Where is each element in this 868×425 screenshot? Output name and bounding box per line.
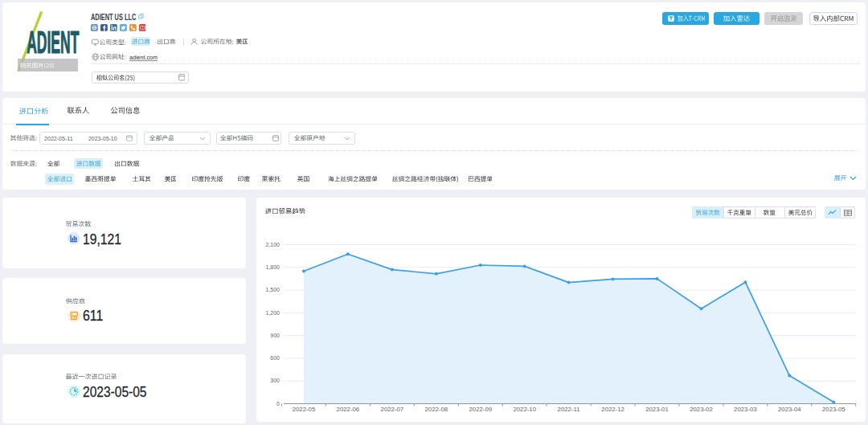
svg-text:2022-09: 2022-09 <box>469 406 492 413</box>
svg-text:611: 611 <box>83 309 103 324</box>
svg-text:2022-06: 2022-06 <box>336 406 359 413</box>
svg-text:1,200: 1,200 <box>265 310 279 316</box>
svg-text:ADIENT: ADIENT <box>27 25 79 59</box>
svg-text:ADIENT US LLC: ADIENT US LLC <box>91 12 137 22</box>
svg-text:2023-02: 2023-02 <box>690 406 713 413</box>
svg-text:900: 900 <box>270 333 280 338</box>
svg-text:2023-03: 2023-03 <box>734 406 757 413</box>
svg-text:2022-07: 2022-07 <box>380 406 403 413</box>
svg-text:adient.com: adient.com <box>129 54 158 61</box>
svg-text:600: 600 <box>270 355 280 361</box>
svg-text:2022-12: 2022-12 <box>601 406 624 413</box>
svg-text:2023-05-05: 2023-05-05 <box>83 386 147 400</box>
svg-text:2023-05: 2023-05 <box>822 406 845 413</box>
svg-text:2,100: 2,100 <box>265 242 279 247</box>
svg-text:19,121: 19,121 <box>83 232 121 247</box>
svg-text:2022-05-11: 2022-05-11 <box>44 135 73 142</box>
svg-text:2022-10: 2022-10 <box>513 406 536 413</box>
svg-text:1,500: 1,500 <box>265 287 279 292</box>
svg-text:2022-05: 2022-05 <box>292 406 315 413</box>
svg-text:2023-01: 2023-01 <box>645 406 669 413</box>
svg-text:2023-04: 2023-04 <box>778 406 801 413</box>
svg-text:2023-05-10: 2023-05-10 <box>88 135 117 142</box>
svg-text:0: 0 <box>276 401 280 407</box>
svg-text:300: 300 <box>270 378 280 383</box>
svg-text:2022-11: 2022-11 <box>557 406 579 413</box>
svg-text:1,800: 1,800 <box>265 264 279 270</box>
svg-text:2022-08: 2022-08 <box>424 406 448 413</box>
